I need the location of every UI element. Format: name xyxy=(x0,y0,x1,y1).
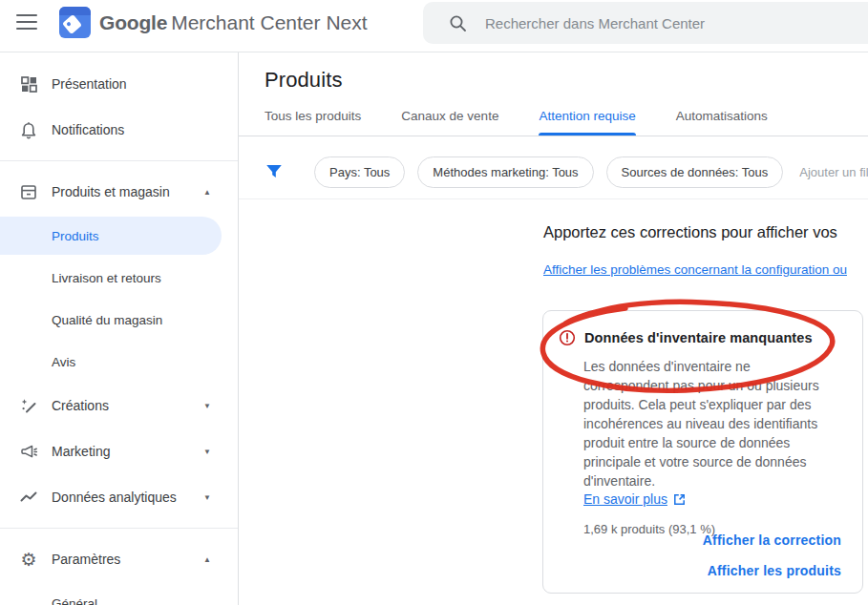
sidebar-item-label: Livraison et retours xyxy=(52,271,161,285)
tab-tous-les-produits[interactable]: Tous les produits xyxy=(265,109,361,136)
sidebar-item-donnees-analytiques[interactable]: Données analytiques xyxy=(0,474,238,520)
chevron-up-icon[interactable] xyxy=(203,555,211,564)
sidebar-item-marketing[interactable]: Marketing xyxy=(0,428,238,474)
sidebar-item-label: Qualité du magasin xyxy=(52,313,162,327)
issue-title: Données d'inventaire manquantes xyxy=(584,330,813,345)
sidebar-item-label: Créations xyxy=(52,398,203,413)
issue-card-header: Données d'inventaire manquantes xyxy=(543,311,862,346)
sidebar-divider xyxy=(0,160,238,161)
sidebar-item-presentation[interactable]: Présentation xyxy=(0,61,238,107)
brand-suffix: Merchant Center Next xyxy=(171,11,367,33)
sidebar-item-avis[interactable]: Avis xyxy=(0,341,238,383)
main-header: Produits Tous les produits Canaux de ven… xyxy=(239,52,868,136)
megaphone-icon xyxy=(19,442,38,461)
corrections-heading: Apportez ces corrections pour afficher v… xyxy=(543,223,837,241)
chevron-up-icon[interactable] xyxy=(203,188,211,197)
external-link-icon xyxy=(673,493,686,506)
filter-chips: Pays: Tous Méthodes marketing: Tous Sour… xyxy=(314,156,783,188)
sidebar-item-produits-et-magasin[interactable]: Produits et magasin xyxy=(0,169,238,215)
sidebar-item-produits[interactable]: Produits xyxy=(0,217,222,255)
gear-icon xyxy=(19,550,38,569)
page-title: Produits xyxy=(265,68,868,93)
sidebar: Présentation Notifications Produits et m… xyxy=(0,52,239,605)
add-filter-button[interactable]: Ajouter un filtre xyxy=(799,165,868,179)
menu-icon[interactable] xyxy=(16,14,37,30)
storage-box-icon xyxy=(19,182,38,201)
sidebar-item-livraison-et-retours[interactable]: Livraison et retours xyxy=(0,257,238,299)
search-icon xyxy=(449,14,467,32)
learn-more-label: En savoir plus xyxy=(583,491,667,507)
issue-description: Les données d'inventaire ne corresponden… xyxy=(583,357,832,490)
sidebar-item-label: Produits et magasin xyxy=(52,184,203,199)
sidebar-item-label: Avis xyxy=(52,355,75,369)
search-placeholder: Rechercher dans Merchant Center xyxy=(485,15,705,31)
sidebar-item-parametres[interactable]: Paramètres xyxy=(0,536,238,582)
warning-icon xyxy=(559,329,576,346)
topbar: GoogleMerchant Center Next Rechercher da… xyxy=(0,0,868,52)
sidebar-item-label: Général xyxy=(52,596,97,605)
trend-chart-icon xyxy=(19,488,38,507)
filter-bar: Pays: Tous Méthodes marketing: Tous Sour… xyxy=(239,145,868,199)
sidebar-item-qualite-du-magasin[interactable]: Qualité du magasin xyxy=(0,299,238,341)
sidebar-item-notifications[interactable]: Notifications xyxy=(0,107,238,153)
sidebar-item-creations[interactable]: Créations xyxy=(0,383,238,428)
chevron-down-icon[interactable] xyxy=(203,402,211,410)
chevron-down-icon[interactable] xyxy=(203,448,211,456)
issue-actions: Afficher la correction Afficher les prod… xyxy=(703,532,841,578)
sidebar-item-label: Produits xyxy=(52,229,99,243)
chevron-down-icon[interactable] xyxy=(203,493,211,502)
sidebar-item-label: Marketing xyxy=(52,444,203,459)
filter-chip-sources-de-donnees[interactable]: Sources de données: Tous xyxy=(606,156,784,188)
learn-more-link[interactable]: En savoir plus xyxy=(583,491,686,507)
sidebar-item-general[interactable]: Général xyxy=(0,582,238,605)
search-input[interactable]: Rechercher dans Merchant Center xyxy=(423,2,868,44)
filter-chip-pays[interactable]: Pays: Tous xyxy=(314,156,405,188)
show-products-button[interactable]: Afficher les produits xyxy=(708,563,841,578)
sidebar-item-label: Notifications xyxy=(52,122,238,137)
filter-icon[interactable] xyxy=(265,164,283,180)
sidebar-item-label: Paramètres xyxy=(52,552,203,567)
tab-canaux-de-vente[interactable]: Canaux de vente xyxy=(401,109,498,136)
filter-chip-methodes-marketing[interactable]: Méthodes marketing: Tous xyxy=(417,156,593,188)
show-correction-button[interactable]: Afficher la correction xyxy=(703,532,841,548)
tab-bar: Tous les produits Canaux de vente Attent… xyxy=(239,109,868,136)
dashboard-icon xyxy=(19,74,38,94)
sidebar-item-label: Présentation xyxy=(52,76,238,92)
tab-attention-requise[interactable]: Attention requise xyxy=(539,109,635,136)
merchant-center-logo-icon[interactable] xyxy=(59,7,91,38)
bell-icon xyxy=(19,120,38,139)
sidebar-item-label: Données analytiques xyxy=(52,490,203,505)
magic-wand-icon xyxy=(19,396,38,415)
app-title: GoogleMerchant Center Next xyxy=(99,11,368,34)
tab-automatisations[interactable]: Automatisations xyxy=(676,109,768,136)
brand-google: Google xyxy=(99,11,167,33)
issue-card: Données d'inventaire manquantes Les donn… xyxy=(542,310,863,594)
sidebar-divider xyxy=(0,528,238,529)
config-issues-link[interactable]: Afficher les problèmes concernant la con… xyxy=(543,262,847,277)
